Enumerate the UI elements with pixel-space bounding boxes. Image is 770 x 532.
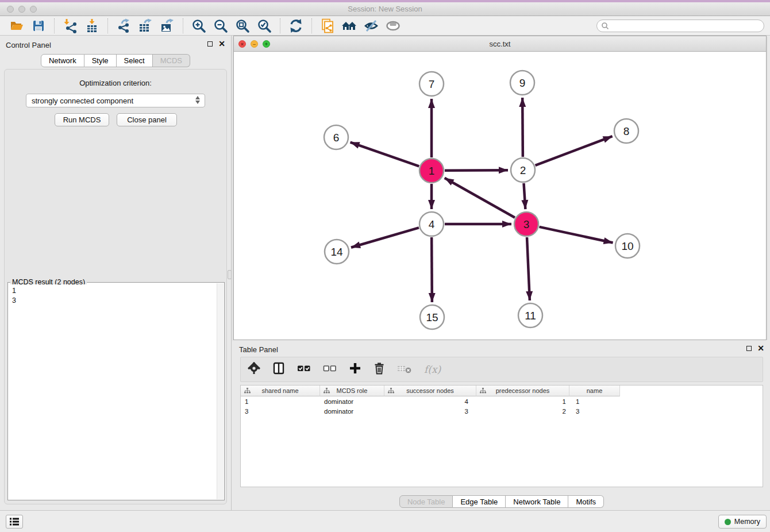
panel-splitter[interactable]	[228, 270, 232, 279]
column-label: successor nodes	[406, 387, 454, 394]
graph-edge-3-1[interactable]	[445, 178, 515, 218]
table-row[interactable]: 3 dominator 3 2 3	[241, 406, 763, 416]
attribute-icon	[244, 388, 251, 394]
result-line: 1	[12, 286, 217, 296]
main-titlebar: Session: New Session	[0, 2, 770, 16]
column-header-successor-nodes[interactable]: successor nodes	[384, 385, 476, 396]
deselect-all-icon[interactable]	[323, 362, 337, 377]
table-header-row: shared name MCDS role successor nodes pr…	[241, 385, 763, 396]
network-window-titlebar[interactable]: × – + scc.txt	[234, 36, 766, 52]
show-columns-icon[interactable]	[272, 362, 285, 377]
add-column-icon[interactable]	[349, 362, 361, 377]
graph-edge-4-15[interactable]	[432, 237, 432, 302]
cell-name: 3	[569, 408, 620, 415]
table-panel-title: Table Panel	[239, 345, 278, 354]
zoom-out-icon[interactable]	[212, 18, 229, 34]
table-tabbar: Node Table Edge Table Network Table Moti…	[233, 495, 770, 508]
column-label: predecessor nodes	[496, 387, 550, 394]
mcds-result-group: MCDS result (2 nodes) 1 3	[7, 282, 225, 500]
attribute-icon	[324, 388, 330, 394]
list-icon	[9, 517, 20, 526]
network-view-window: × – + scc.txt 7968124314101511	[233, 36, 767, 340]
export-network-icon[interactable]	[115, 18, 132, 34]
table-toolbar: f(x)	[240, 357, 763, 382]
cell-mcds-role: dominator	[320, 398, 384, 405]
select-all-icon[interactable]	[297, 362, 311, 377]
import-table-icon[interactable]	[83, 18, 101, 34]
delete-column-icon[interactable]	[374, 362, 385, 377]
column-header-predecessor-nodes[interactable]: predecessor nodes	[476, 385, 569, 396]
tab-style[interactable]: Style	[84, 54, 117, 67]
update-network-icon[interactable]	[287, 18, 305, 34]
criterion-select[interactable]: strongly connected component	[26, 94, 205, 107]
run-mcds-button[interactable]: Run MCDS	[55, 113, 109, 126]
close-panel-button[interactable]: Close panel	[117, 113, 177, 126]
column-header-name[interactable]: name	[569, 385, 620, 396]
graph-edge-4-14[interactable]	[351, 228, 419, 247]
table-settings-icon[interactable]	[248, 362, 260, 377]
tab-select[interactable]: Select	[117, 54, 153, 67]
search-icon	[601, 22, 609, 30]
tab-network[interactable]: Network	[41, 54, 84, 67]
network-canvas[interactable]: 7968124314101511	[234, 52, 766, 340]
zoom-selected-icon[interactable]	[256, 18, 273, 34]
show-graphics-details-icon[interactable]	[384, 18, 402, 34]
toolbar-separator	[280, 18, 280, 33]
attribute-icon	[480, 388, 486, 394]
graph-edge-1-2[interactable]	[445, 170, 508, 171]
task-history-button[interactable]	[6, 515, 23, 529]
graph-node-label: 10	[621, 240, 633, 252]
hide-graphics-details-icon[interactable]	[363, 18, 380, 34]
import-network-icon[interactable]	[61, 18, 79, 34]
close-panel-icon[interactable]: ✕	[757, 345, 764, 351]
float-panel-icon[interactable]	[207, 41, 213, 47]
memory-button[interactable]: Memory	[718, 515, 767, 529]
graph-node-label: 15	[426, 311, 438, 323]
graph-edge-3-11[interactable]	[527, 237, 530, 300]
cell-predecessor-nodes: 1	[476, 398, 569, 405]
graph-edge-2-9[interactable]	[522, 98, 523, 157]
column-label: shared name	[261, 387, 298, 394]
toolbar-separator	[54, 18, 55, 33]
tab-mcds[interactable]: MCDS	[153, 54, 190, 67]
graph-edge-1-6[interactable]	[351, 142, 419, 167]
toolbar-separator	[107, 18, 108, 33]
tab-edge-table[interactable]: Edge Table	[453, 495, 506, 508]
tab-network-table[interactable]: Network Table	[506, 495, 568, 508]
cell-shared-name: 3	[241, 408, 320, 415]
zoom-fit-icon[interactable]	[234, 18, 251, 34]
graph-edge-2-3[interactable]	[523, 183, 525, 209]
export-table-icon[interactable]	[137, 18, 154, 34]
zoom-in-icon[interactable]	[190, 18, 207, 34]
graph-node-label: 1	[429, 165, 435, 177]
mcds-result-textarea[interactable]: 1 3	[9, 284, 217, 499]
graph-node-label: 4	[429, 218, 435, 230]
graph-node-label: 6	[333, 132, 340, 144]
graph-edge-2-8[interactable]	[536, 136, 613, 165]
clone-network-icon[interactable]	[319, 18, 336, 34]
export-image-icon[interactable]	[159, 18, 176, 34]
first-neighbors-icon[interactable]	[341, 18, 358, 34]
graph-edge-3-10[interactable]	[539, 227, 613, 243]
column-header-mcds-role[interactable]: MCDS role	[320, 385, 384, 396]
search-input[interactable]	[596, 20, 764, 32]
float-panel-icon[interactable]	[746, 346, 752, 351]
toolbar-separator	[183, 18, 183, 33]
result-scrollbar[interactable]	[217, 283, 224, 499]
mcds-panel: Optimization criterion: strongly connect…	[4, 69, 227, 504]
control-panel: Control Panel ✕ Network Style Select MCD…	[0, 36, 232, 510]
table-panel: Table Panel ✕	[233, 340, 770, 508]
column-label: MCDS role	[337, 387, 368, 394]
network-title: scc.txt	[234, 40, 766, 48]
close-panel-icon[interactable]: ✕	[218, 41, 225, 47]
tab-motifs[interactable]: Motifs	[568, 495, 604, 508]
save-session-icon[interactable]	[30, 18, 47, 34]
graph-node-label: 2	[520, 164, 526, 176]
tab-node-table[interactable]: Node Table	[399, 495, 453, 508]
cell-successor-nodes: 3	[384, 408, 476, 415]
cell-mcds-role: dominator	[320, 408, 384, 415]
open-session-icon[interactable]	[8, 18, 25, 34]
table-row[interactable]: 1 dominator 4 1 1	[241, 396, 763, 406]
column-header-shared-name[interactable]: shared name	[241, 385, 320, 396]
node-table: shared name MCDS role successor nodes pr…	[240, 385, 763, 487]
